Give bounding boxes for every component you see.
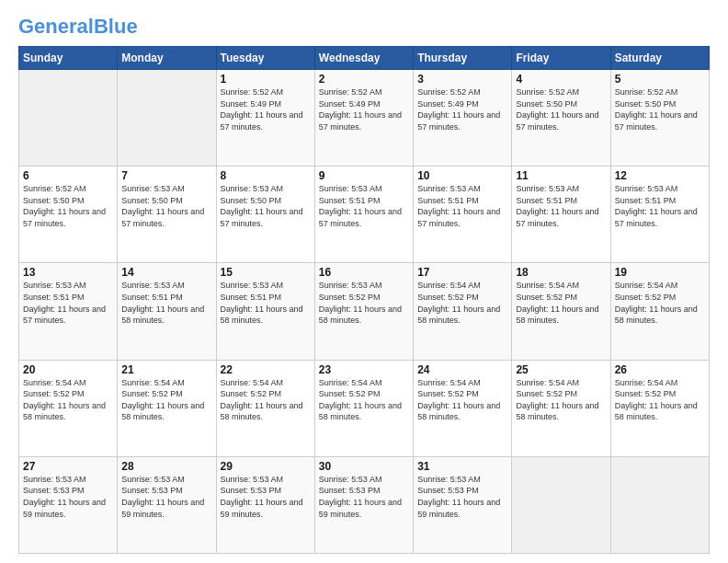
day-info: Sunrise: 5:54 AM Sunset: 5:52 PM Dayligh… (615, 280, 705, 326)
calendar-cell: 1Sunrise: 5:52 AM Sunset: 5:49 PM Daylig… (216, 70, 314, 167)
calendar-cell: 26Sunrise: 5:54 AM Sunset: 5:52 PM Dayli… (610, 360, 709, 456)
weekday-header-monday: Monday (118, 47, 216, 70)
day-number: 29 (221, 460, 311, 473)
calendar-cell: 20Sunrise: 5:54 AM Sunset: 5:52 PM Dayli… (19, 360, 118, 456)
day-info: Sunrise: 5:53 AM Sunset: 5:51 PM Dayligh… (417, 183, 507, 229)
page: GeneralBlue SundayMondayTuesdayWednesday… (0, 0, 728, 563)
day-info: Sunrise: 5:53 AM Sunset: 5:50 PM Dayligh… (221, 183, 311, 229)
calendar-cell: 28Sunrise: 5:53 AM Sunset: 5:53 PM Dayli… (118, 456, 216, 553)
day-number: 28 (121, 460, 211, 473)
day-number: 21 (121, 363, 211, 376)
day-number: 24 (417, 363, 507, 376)
week-row-3: 13Sunrise: 5:53 AM Sunset: 5:51 PM Dayli… (19, 263, 710, 360)
header: GeneralBlue (18, 17, 710, 37)
calendar-cell (19, 70, 118, 167)
day-number: 3 (417, 73, 507, 86)
day-number: 8 (221, 169, 311, 182)
calendar-cell: 8Sunrise: 5:53 AM Sunset: 5:50 PM Daylig… (216, 167, 314, 263)
day-info: Sunrise: 5:52 AM Sunset: 5:49 PM Dayligh… (221, 86, 311, 132)
calendar-cell (610, 456, 709, 553)
day-number: 4 (516, 73, 606, 86)
day-number: 13 (23, 266, 113, 279)
day-info: Sunrise: 5:52 AM Sunset: 5:50 PM Dayligh… (615, 86, 705, 132)
day-info: Sunrise: 5:53 AM Sunset: 5:51 PM Dayligh… (516, 183, 606, 229)
day-info: Sunrise: 5:54 AM Sunset: 5:52 PM Dayligh… (615, 377, 705, 423)
calendar-cell: 14Sunrise: 5:53 AM Sunset: 5:51 PM Dayli… (118, 263, 216, 360)
day-info: Sunrise: 5:54 AM Sunset: 5:52 PM Dayligh… (516, 377, 606, 423)
day-number: 22 (221, 363, 311, 376)
calendar-cell: 24Sunrise: 5:54 AM Sunset: 5:52 PM Dayli… (414, 360, 512, 456)
day-info: Sunrise: 5:54 AM Sunset: 5:52 PM Dayligh… (319, 377, 409, 423)
calendar-cell: 29Sunrise: 5:53 AM Sunset: 5:53 PM Dayli… (216, 456, 314, 553)
day-number: 18 (516, 266, 606, 279)
day-info: Sunrise: 5:54 AM Sunset: 5:52 PM Dayligh… (221, 377, 311, 423)
weekday-header-wednesday: Wednesday (314, 47, 413, 70)
day-number: 16 (319, 266, 409, 279)
calendar-cell: 7Sunrise: 5:53 AM Sunset: 5:50 PM Daylig… (118, 167, 216, 263)
day-number: 26 (615, 363, 705, 376)
day-number: 19 (615, 266, 705, 279)
weekday-header-friday: Friday (512, 47, 610, 70)
calendar-cell: 22Sunrise: 5:54 AM Sunset: 5:52 PM Dayli… (216, 360, 314, 456)
calendar-cell: 16Sunrise: 5:53 AM Sunset: 5:52 PM Dayli… (314, 263, 413, 360)
calendar-cell: 18Sunrise: 5:54 AM Sunset: 5:52 PM Dayli… (512, 263, 610, 360)
day-info: Sunrise: 5:53 AM Sunset: 5:53 PM Dayligh… (23, 474, 113, 520)
weekday-header-thursday: Thursday (414, 47, 512, 70)
calendar-cell: 2Sunrise: 5:52 AM Sunset: 5:49 PM Daylig… (314, 70, 413, 167)
calendar-cell: 3Sunrise: 5:52 AM Sunset: 5:49 PM Daylig… (414, 70, 512, 167)
calendar-cell: 27Sunrise: 5:53 AM Sunset: 5:53 PM Dayli… (19, 456, 118, 553)
day-number: 7 (121, 169, 211, 182)
day-info: Sunrise: 5:53 AM Sunset: 5:53 PM Dayligh… (221, 474, 311, 520)
logo: GeneralBlue (18, 17, 138, 37)
week-row-4: 20Sunrise: 5:54 AM Sunset: 5:52 PM Dayli… (19, 360, 710, 456)
day-info: Sunrise: 5:53 AM Sunset: 5:51 PM Dayligh… (615, 183, 705, 229)
calendar-table: SundayMondayTuesdayWednesdayThursdayFrid… (18, 46, 710, 554)
calendar-cell: 12Sunrise: 5:53 AM Sunset: 5:51 PM Dayli… (610, 167, 709, 263)
day-number: 30 (319, 460, 409, 473)
calendar-cell: 4Sunrise: 5:52 AM Sunset: 5:50 PM Daylig… (512, 70, 610, 167)
calendar-cell (118, 70, 216, 167)
day-number: 9 (319, 169, 409, 182)
week-row-1: 1Sunrise: 5:52 AM Sunset: 5:49 PM Daylig… (19, 70, 710, 167)
calendar-cell: 6Sunrise: 5:52 AM Sunset: 5:50 PM Daylig… (19, 167, 118, 263)
day-info: Sunrise: 5:53 AM Sunset: 5:52 PM Dayligh… (319, 280, 409, 326)
day-info: Sunrise: 5:52 AM Sunset: 5:50 PM Dayligh… (516, 86, 606, 132)
day-number: 31 (417, 460, 507, 473)
day-info: Sunrise: 5:52 AM Sunset: 5:50 PM Dayligh… (23, 183, 113, 229)
day-info: Sunrise: 5:54 AM Sunset: 5:52 PM Dayligh… (121, 377, 211, 423)
day-number: 1 (221, 73, 311, 86)
logo-text: GeneralBlue (18, 17, 138, 37)
day-info: Sunrise: 5:54 AM Sunset: 5:52 PM Dayligh… (417, 280, 507, 326)
weekday-header-tuesday: Tuesday (216, 47, 314, 70)
day-number: 23 (319, 363, 409, 376)
day-number: 6 (23, 169, 113, 182)
day-info: Sunrise: 5:53 AM Sunset: 5:51 PM Dayligh… (221, 280, 311, 326)
day-number: 14 (121, 266, 211, 279)
calendar-cell: 11Sunrise: 5:53 AM Sunset: 5:51 PM Dayli… (512, 167, 610, 263)
day-info: Sunrise: 5:53 AM Sunset: 5:53 PM Dayligh… (417, 474, 507, 520)
calendar-cell: 23Sunrise: 5:54 AM Sunset: 5:52 PM Dayli… (314, 360, 413, 456)
weekday-header-saturday: Saturday (610, 47, 709, 70)
day-info: Sunrise: 5:54 AM Sunset: 5:52 PM Dayligh… (23, 377, 113, 423)
calendar-cell: 15Sunrise: 5:53 AM Sunset: 5:51 PM Dayli… (216, 263, 314, 360)
day-info: Sunrise: 5:54 AM Sunset: 5:52 PM Dayligh… (516, 280, 606, 326)
calendar-cell: 17Sunrise: 5:54 AM Sunset: 5:52 PM Dayli… (414, 263, 512, 360)
day-info: Sunrise: 5:53 AM Sunset: 5:50 PM Dayligh… (121, 183, 211, 229)
calendar-cell (512, 456, 610, 553)
day-number: 10 (417, 169, 507, 182)
calendar-cell: 30Sunrise: 5:53 AM Sunset: 5:53 PM Dayli… (314, 456, 413, 553)
day-info: Sunrise: 5:53 AM Sunset: 5:51 PM Dayligh… (23, 280, 113, 326)
logo-blue: Blue (94, 15, 138, 38)
calendar-cell: 13Sunrise: 5:53 AM Sunset: 5:51 PM Dayli… (19, 263, 118, 360)
day-info: Sunrise: 5:53 AM Sunset: 5:53 PM Dayligh… (121, 474, 211, 520)
week-row-2: 6Sunrise: 5:52 AM Sunset: 5:50 PM Daylig… (19, 167, 710, 263)
calendar-cell: 19Sunrise: 5:54 AM Sunset: 5:52 PM Dayli… (610, 263, 709, 360)
calendar-cell: 25Sunrise: 5:54 AM Sunset: 5:52 PM Dayli… (512, 360, 610, 456)
day-number: 27 (23, 460, 113, 473)
weekday-header-sunday: Sunday (19, 47, 118, 70)
day-info: Sunrise: 5:53 AM Sunset: 5:51 PM Dayligh… (319, 183, 409, 229)
week-row-5: 27Sunrise: 5:53 AM Sunset: 5:53 PM Dayli… (19, 456, 710, 553)
day-number: 5 (615, 73, 705, 86)
day-info: Sunrise: 5:52 AM Sunset: 5:49 PM Dayligh… (319, 86, 409, 132)
day-info: Sunrise: 5:54 AM Sunset: 5:52 PM Dayligh… (417, 377, 507, 423)
